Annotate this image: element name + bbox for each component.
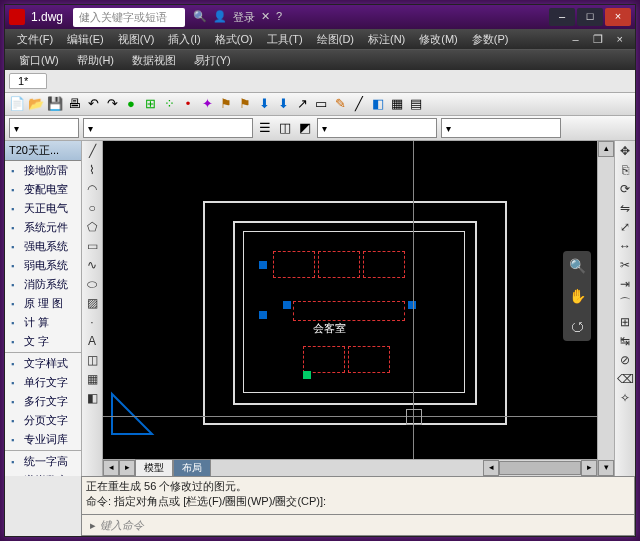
side-item[interactable]: ▪ 文字样式	[5, 354, 81, 373]
scroll-right-icon[interactable]: ▸	[581, 460, 597, 476]
menu-help[interactable]: 帮助(H)	[69, 51, 122, 70]
side-item[interactable]: ▪ 弱电系统	[5, 256, 81, 275]
save-icon[interactable]: 💾	[47, 96, 63, 112]
nav-bar[interactable]: 🔍 ✋ ⭯	[563, 251, 591, 341]
grip[interactable]	[259, 311, 267, 319]
tab-prev-icon[interactable]: ◂	[103, 460, 119, 476]
menu-format[interactable]: 格式(O)	[209, 30, 259, 49]
circle-tool-icon[interactable]: ○	[84, 200, 100, 216]
side-header[interactable]: T20天正...	[5, 141, 81, 161]
new-icon[interactable]: 📄	[9, 96, 25, 112]
menu-print[interactable]: 易打(Y)	[186, 51, 239, 70]
grip[interactable]	[259, 261, 267, 269]
table-tool-icon[interactable]: ▦	[84, 371, 100, 387]
exchange-icon[interactable]: ✕	[261, 10, 270, 25]
scroll-down-icon[interactable]: ▾	[598, 460, 614, 476]
flag2-icon[interactable]: ⚑	[237, 96, 253, 112]
menu-data[interactable]: 数据视图	[124, 51, 184, 70]
help-icon[interactable]: ?	[276, 10, 282, 25]
stretch-icon[interactable]: ↔	[617, 238, 633, 254]
lineweight-combo[interactable]: ▾	[441, 118, 561, 138]
mirror-icon[interactable]: ⇋	[617, 200, 633, 216]
doc-tab[interactable]: 1*	[9, 73, 47, 89]
rect-tool-icon[interactable]: ▭	[84, 238, 100, 254]
tab-next-icon[interactable]: ▸	[119, 460, 135, 476]
model-tab[interactable]: 模型	[135, 459, 173, 477]
ellipse-tool-icon[interactable]: ⬭	[84, 276, 100, 292]
grid-icon[interactable]: ⊞	[142, 96, 158, 112]
layout-tab[interactable]: 布局	[173, 459, 211, 477]
side-item[interactable]: ▪ 系统元件	[5, 218, 81, 237]
side-item[interactable]: ▪ 变配电室	[5, 180, 81, 199]
menu-edit[interactable]: 编辑(E)	[61, 30, 110, 49]
arc-tool-icon[interactable]: ◠	[84, 181, 100, 197]
side-item[interactable]: ▪ 统一字高	[5, 452, 81, 471]
side-item[interactable]: ▪ 强电系统	[5, 237, 81, 256]
scroll-left-icon[interactable]: ◂	[483, 460, 499, 476]
user-icon[interactable]: 👤	[213, 10, 227, 25]
scale-icon[interactable]: ⤢	[617, 219, 633, 235]
redo-icon[interactable]: ↷	[104, 96, 120, 112]
layerprev-icon[interactable]: ◩	[297, 120, 313, 136]
side-item[interactable]: ▪ 多行文字	[5, 392, 81, 411]
side-item[interactable]: ▪ 分页文字	[5, 411, 81, 430]
orbit-icon[interactable]: ⭯	[570, 318, 584, 334]
grip[interactable]	[408, 301, 416, 309]
close-button[interactable]: ×	[605, 8, 631, 26]
login-link[interactable]: 登录	[233, 10, 255, 25]
layer-icon[interactable]: ☰	[257, 120, 273, 136]
side-item[interactable]: ▪ 原 理 图	[5, 294, 81, 313]
menu-insert[interactable]: 插入(I)	[162, 30, 206, 49]
mdi-close-icon[interactable]: ×	[611, 31, 629, 48]
pin2-icon[interactable]: ⬇	[275, 96, 291, 112]
point-tool-icon[interactable]: ·	[84, 314, 100, 330]
pan-icon[interactable]: ✋	[569, 288, 586, 304]
menu-view[interactable]: 视图(V)	[112, 30, 161, 49]
tool3-icon[interactable]: ▤	[408, 96, 424, 112]
side-item[interactable]: ▪ 消防系统	[5, 275, 81, 294]
copy-icon[interactable]: ⎘	[617, 162, 633, 178]
maximize-button[interactable]: □	[577, 8, 603, 26]
offset-icon[interactable]: ↹	[617, 333, 633, 349]
scroll-up-icon[interactable]: ▴	[598, 141, 614, 157]
color-combo[interactable]: ▾	[9, 118, 79, 138]
layeriso-icon[interactable]: ◫	[277, 120, 293, 136]
menu-param[interactable]: 参数(P)	[466, 30, 515, 49]
menu-modify[interactable]: 修改(M)	[413, 30, 464, 49]
arrow-icon[interactable]: ↗	[294, 96, 310, 112]
side-item[interactable]: ▪ 文 字	[5, 332, 81, 351]
rotate-icon[interactable]: ⟳	[617, 181, 633, 197]
tool1-icon[interactable]: ◧	[370, 96, 386, 112]
zoom-icon[interactable]: 🔍	[569, 258, 586, 274]
open-icon[interactable]: 📂	[28, 96, 44, 112]
line-tool-icon[interactable]: ╱	[84, 143, 100, 159]
layer-combo[interactable]: ▾	[83, 118, 253, 138]
side-item[interactable]: ▪ 专业词库	[5, 430, 81, 449]
dots-icon[interactable]: ⁘	[161, 96, 177, 112]
fillet-icon[interactable]: ⌒	[617, 295, 633, 311]
undo-icon[interactable]: ↶	[85, 96, 101, 112]
side-item[interactable]: ▪ 递增数字	[5, 471, 81, 476]
search-icon[interactable]: 🔍	[193, 10, 207, 25]
h-scrollbar[interactable]	[499, 461, 581, 475]
hatch-tool-icon[interactable]: ▨	[84, 295, 100, 311]
v-scrollbar[interactable]: ▴ ▾	[597, 141, 614, 476]
circle-icon[interactable]: ●	[123, 96, 139, 112]
explode-icon[interactable]: ✧	[617, 390, 633, 406]
text-tool-icon[interactable]: A	[84, 333, 100, 349]
pin1-icon[interactable]: ⬇	[256, 96, 272, 112]
point-icon[interactable]: •	[180, 96, 196, 112]
star-icon[interactable]: ✦	[199, 96, 215, 112]
array-icon[interactable]: ⊞	[617, 314, 633, 330]
erase-icon[interactable]: ⌫	[617, 371, 633, 387]
side-item[interactable]: ▪ 单行文字	[5, 373, 81, 392]
side-item[interactable]: ▪ 计 算	[5, 313, 81, 332]
print-icon[interactable]: 🖶	[66, 96, 82, 112]
menu-window[interactable]: 窗口(W)	[11, 51, 67, 70]
menu-tools[interactable]: 工具(T)	[261, 30, 309, 49]
tool2-icon[interactable]: ▦	[389, 96, 405, 112]
menu-file[interactable]: 文件(F)	[11, 30, 59, 49]
extend-icon[interactable]: ⇥	[617, 276, 633, 292]
mdi-restore-icon[interactable]: ❐	[587, 31, 609, 48]
trim-icon[interactable]: ✂	[617, 257, 633, 273]
